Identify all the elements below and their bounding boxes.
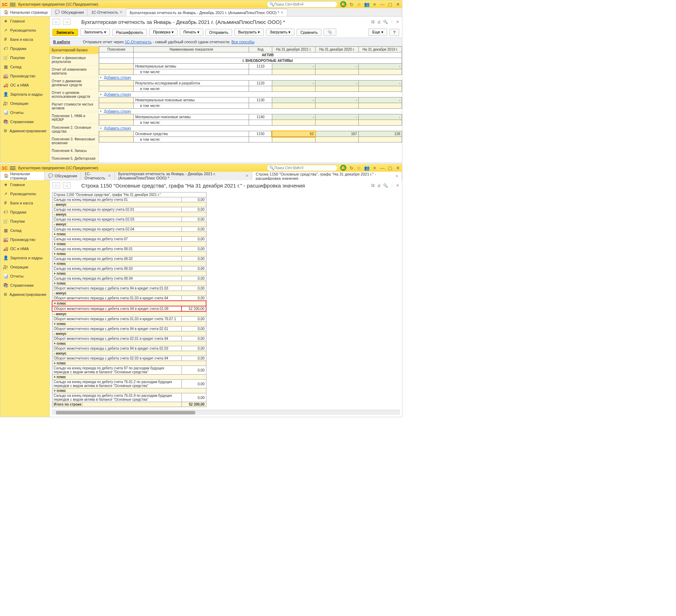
tree-item[interactable]: Пояснения 2. Основные средства — [50, 124, 98, 135]
tab-home[interactable]: 🏠 Начальная страница — [0, 8, 51, 16]
tree-item[interactable]: Пояснения 1. НМА и НИОКР — [50, 112, 98, 124]
link-all-ways[interactable]: Все способы — [231, 40, 255, 44]
grid-row[interactable]: Нематериальные активы1110--- — [99, 64, 402, 69]
sidebar-item[interactable]: 📊Отчеты — [0, 272, 49, 281]
sidebar-item[interactable]: ▦Склад — [0, 226, 49, 235]
sidebar-item[interactable]: ★Главное — [0, 17, 49, 26]
add-row-link[interactable]: Добавить строку — [99, 93, 131, 96]
compare-button[interactable]: Сравнить — [296, 29, 321, 36]
star-icon[interactable]: ☆ — [356, 165, 362, 171]
bell-icon[interactable]: 🔔 — [340, 165, 346, 171]
sidebar-item[interactable]: 📚Справочники — [0, 281, 49, 290]
hamburger-icon[interactable] — [10, 166, 15, 170]
maximize-icon[interactable]: ▢ — [387, 165, 393, 171]
user-icon[interactable]: 👥 — [364, 165, 370, 171]
tree-item[interactable]: Пояснения 4. Запасы — [50, 147, 98, 155]
tab-report[interactable]: Бухгалтерская отчетность за Январь - Дек… — [115, 170, 252, 182]
back-button[interactable]: ← — [52, 182, 60, 189]
attach-button[interactable]: 📎 — [324, 28, 336, 36]
user-icon[interactable]: 👥 — [364, 1, 370, 7]
grid-row[interactable]: Основные средства115052167126 — [99, 131, 402, 137]
history-icon[interactable]: ↻ — [349, 1, 354, 7]
save-button[interactable]: Записать — [52, 29, 78, 36]
print-button[interactable]: Печать ▾ — [180, 28, 203, 36]
tree-item[interactable]: Отчет о движении денежных средств — [50, 77, 98, 89]
tab-close-icon[interactable]: ✕ — [281, 11, 283, 14]
global-search[interactable]: 🔍 — [267, 1, 337, 7]
menu-icon[interactable]: ⋮ — [390, 20, 394, 24]
sidebar-item[interactable]: 🏭Производство — [0, 235, 49, 244]
print-icon[interactable]: 🖨 — [377, 183, 381, 188]
sidebar-item[interactable]: 📚Справочники — [0, 117, 49, 126]
tree-item[interactable]: Отчет об изменениях капитала — [50, 66, 98, 77]
forward-button[interactable]: → — [63, 19, 71, 25]
sidebar-item[interactable]: 📊Отчеты — [0, 108, 49, 117]
history-icon[interactable]: ↻ — [349, 165, 354, 171]
sidebar-item[interactable]: 🚚ОС и НМА — [0, 81, 49, 90]
sidebar-item[interactable]: 🛒Покупки — [0, 217, 49, 226]
hamburger-icon[interactable] — [10, 2, 15, 6]
grid-row[interactable]: Материальные поисковые активы1140--- — [99, 114, 402, 120]
sidebar-item[interactable]: ₽Банк и касса — [0, 198, 49, 208]
horizontal-scrollbar[interactable] — [52, 410, 400, 415]
print-icon[interactable]: 🖨 — [377, 20, 381, 24]
sidebar-item[interactable]: ⚙Администрирование — [0, 290, 49, 299]
tab-home[interactable]: 🏠 Начальная страница — [0, 170, 45, 182]
preview-icon[interactable]: 🔍 — [383, 183, 388, 188]
menu-icon[interactable]: ⋮ — [390, 183, 394, 188]
tab-1c-reporting[interactable]: 1С-Отчетность ✕ — [81, 170, 115, 182]
tree-item[interactable]: Пояснения 3. Финансовые вложения — [50, 135, 98, 147]
forward-button[interactable]: → — [63, 182, 71, 189]
tab-close-icon[interactable]: ✕ — [108, 174, 111, 178]
close-pane-icon[interactable]: ✕ — [396, 20, 399, 24]
sidebar-item[interactable]: ДтОперации — [0, 262, 49, 272]
sidebar-item[interactable]: 🚚ОС и НМА — [0, 244, 49, 253]
settings-icon[interactable]: ≡ — [372, 165, 377, 171]
tree-item[interactable]: Расчет стоимости чистых активов — [50, 101, 98, 112]
sidebar-item[interactable]: ДтОперации — [0, 99, 49, 108]
save-icon[interactable]: 🖫 — [371, 20, 375, 24]
search-input[interactable] — [274, 166, 335, 170]
help-button[interactable]: ? — [389, 29, 399, 36]
tree-item[interactable]: Пояснения 5. Дебиторская — [50, 155, 98, 163]
sidebar-item[interactable]: ▦Склад — [0, 62, 49, 71]
save-icon[interactable]: 🖫 — [371, 183, 375, 188]
more-button[interactable]: Еще ▾ — [368, 28, 387, 36]
add-row-link[interactable]: Добавить строку — [99, 76, 131, 80]
add-row-link[interactable]: Добавить строку — [99, 109, 131, 113]
close-icon[interactable]: ✕ — [395, 165, 401, 171]
sidebar-item[interactable]: 🏷Продажи — [0, 44, 49, 53]
load-button[interactable]: Загрузить ▾ — [266, 28, 294, 36]
scrollbar-thumb[interactable] — [56, 411, 195, 414]
send-button[interactable]: Отправить — [205, 29, 232, 36]
preview-icon[interactable]: 🔍 — [383, 20, 388, 24]
sidebar-item[interactable]: 👤Зарплата и кадры — [0, 253, 49, 262]
upload-button[interactable]: Выгрузить ▾ — [234, 28, 264, 36]
tree-item[interactable]: Бухгалтерский баланс — [50, 46, 98, 54]
tree-item[interactable]: Отчет о целевом использовании средств — [50, 89, 98, 101]
sidebar-item[interactable]: 👤Зарплата и кадры — [0, 90, 49, 99]
sidebar-item[interactable]: 🛒Покупки — [0, 53, 49, 62]
close-pane-icon[interactable]: ✕ — [396, 183, 399, 188]
star-icon[interactable]: ☆ — [356, 1, 362, 7]
search-input[interactable] — [274, 2, 335, 6]
fill-button[interactable]: Заполнить ▾ — [80, 28, 110, 36]
maximize-icon[interactable]: ▢ — [387, 1, 393, 7]
tab-close-icon[interactable]: ✕ — [120, 10, 122, 14]
tab-discussions[interactable]: 💬 Обсуждения — [51, 8, 88, 16]
sidebar-item[interactable]: 🏭Производство — [0, 71, 49, 81]
add-row-link[interactable]: Добавить строку — [99, 126, 131, 130]
tab-discussions[interactable]: 💬 Обсуждения — [45, 172, 81, 179]
sidebar-item[interactable]: ↗Руководителю — [0, 189, 49, 198]
sidebar-item[interactable]: ★Главное — [0, 180, 49, 189]
sidebar-item[interactable]: ₽Банк и касса — [0, 35, 49, 44]
grid-row[interactable]: Результаты исследований и разработок1120… — [99, 81, 402, 86]
tab-report[interactable]: Бухгалтерская отчетность за Январь - Дек… — [126, 8, 287, 16]
sidebar-item[interactable]: ⚙Администрирование — [0, 126, 49, 135]
check-button[interactable]: Проверка ▾ — [149, 28, 177, 36]
minimize-icon[interactable]: — — [380, 165, 385, 171]
tab-close-icon[interactable]: ✕ — [395, 174, 398, 178]
close-icon[interactable]: ✕ — [395, 1, 401, 7]
bell-icon[interactable]: 🔔 — [340, 1, 346, 7]
global-search[interactable]: 🔍 — [267, 165, 337, 171]
